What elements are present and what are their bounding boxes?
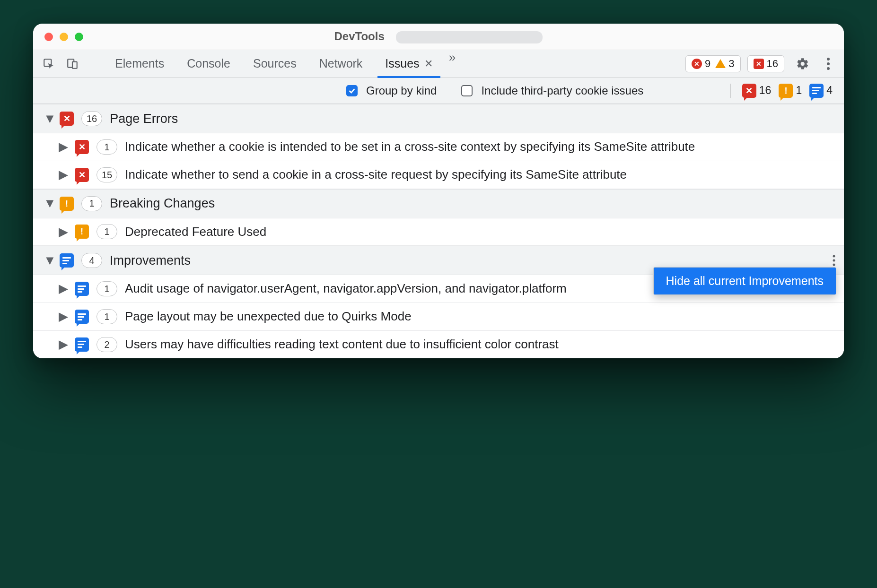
more-menu-icon[interactable] (821, 57, 835, 71)
issue-count-badge: 1 (96, 139, 117, 155)
settings-gear-icon[interactable] (796, 57, 810, 71)
count-value: 1 (796, 84, 802, 97)
info-bubble-icon (75, 337, 89, 352)
tab-label: Sources (253, 57, 297, 70)
window-title: DevTools (33, 30, 844, 43)
warning-issue-count[interactable]: ! 1 (779, 84, 802, 98)
tab-label: Console (187, 57, 230, 70)
error-square-icon: ✕ (754, 59, 764, 69)
issue-title: Indicate whether a cookie is intended to… (125, 139, 833, 155)
disclosure-triangle-icon[interactable]: ▶ (59, 139, 67, 155)
disclosure-triangle-icon[interactable]: ▶ (59, 309, 67, 325)
issue-title: Indicate whether to send a cookie in a c… (125, 167, 833, 183)
issue-count-badge: 1 (96, 309, 117, 324)
group-by-kind-checkbox[interactable] (346, 85, 358, 96)
svg-point-6 (833, 255, 835, 258)
issue-title: Page layout may be unexpected due to Qui… (125, 309, 833, 325)
issue-row[interactable]: ▶ ! 1 Deprecated Feature Used (33, 218, 844, 246)
issue-count-badge: 15 (96, 167, 117, 182)
count-value: 16 (759, 84, 772, 97)
close-tab-icon[interactable]: ✕ (424, 58, 433, 70)
error-issue-count[interactable]: ✕ 16 (742, 84, 772, 98)
separator (92, 57, 92, 71)
disclosure-triangle-icon[interactable]: ▶ (59, 224, 67, 240)
issue-title: Deprecated Feature Used (125, 224, 833, 240)
issue-count-badge: 2 (96, 337, 117, 352)
tab-network[interactable]: Network (308, 50, 374, 78)
tab-sources[interactable]: Sources (242, 50, 308, 78)
group-more-menu-icon[interactable] (833, 255, 835, 266)
issues-status-pill[interactable]: ✕16 (747, 55, 784, 72)
svg-point-8 (833, 264, 835, 266)
issues-count: 16 (767, 58, 778, 70)
console-status-pill[interactable]: ✕9 3 (685, 55, 741, 72)
separator (730, 84, 731, 98)
issue-count-badge: 1 (96, 281, 117, 296)
group-count-badge: 1 (81, 196, 102, 211)
include-third-party-checkbox[interactable] (461, 85, 473, 96)
group-count-badge: 4 (81, 253, 102, 268)
group-header-improvements[interactable]: ▼ 4 Improvements Hide all current Improv… (33, 246, 844, 275)
error-bubble-icon: ✕ (75, 168, 89, 182)
disclosure-triangle-icon[interactable]: ▼ (44, 112, 52, 126)
window-title-text: DevTools (334, 30, 385, 43)
disclosure-triangle-icon[interactable]: ▶ (59, 281, 67, 297)
warning-bubble-icon: ! (75, 225, 89, 239)
error-bubble-icon: ✕ (60, 112, 74, 126)
tab-console[interactable]: Console (175, 50, 242, 78)
issue-row[interactable]: ▶ ✕ 1 Indicate whether a cookie is inten… (33, 133, 844, 161)
more-tabs-chevron-icon[interactable]: » (444, 50, 460, 78)
issue-row[interactable]: ▶ 2 Users may have difficulties reading … (33, 331, 844, 358)
disclosure-triangle-icon[interactable]: ▶ (59, 337, 67, 353)
warning-count: 3 (728, 58, 734, 70)
error-bubble-icon: ✕ (75, 140, 89, 154)
error-count: 9 (705, 58, 710, 70)
menu-item-hide-improvements[interactable]: Hide all current Improvements (654, 268, 836, 294)
svg-point-7 (833, 259, 835, 262)
issue-count-badge: 1 (96, 224, 117, 239)
devtools-window: DevTools (33, 24, 844, 358)
tab-issues[interactable]: Issues ✕ (374, 50, 444, 78)
disclosure-triangle-icon[interactable]: ▼ (44, 253, 52, 268)
tabstrip: Elements Console Sources Network Issues … (33, 50, 844, 78)
svg-point-5 (827, 67, 830, 70)
group-header-page-errors[interactable]: ▼ ✕ 16 Page Errors (33, 104, 844, 133)
info-issue-count[interactable]: 4 (809, 84, 833, 98)
panel-tabs: Elements Console Sources Network Issues … (104, 50, 460, 78)
info-bubble-icon (75, 282, 89, 296)
filter-bar: Group by kind Include third-party cookie… (33, 78, 844, 104)
svg-point-4 (827, 62, 830, 65)
warning-bubble-icon: ! (60, 197, 74, 211)
tab-label: Issues (385, 57, 419, 70)
svg-point-3 (827, 58, 830, 61)
issue-row[interactable]: ▶ ✕ 15 Indicate whether to send a cookie… (33, 161, 844, 189)
disclosure-triangle-icon[interactable]: ▶ (59, 167, 67, 183)
tab-label: Elements (115, 57, 164, 70)
disclosure-triangle-icon[interactable]: ▼ (44, 196, 52, 211)
titlebar: DevTools (33, 24, 844, 50)
issues-list: ▼ ✕ 16 Page Errors ▶ ✕ 1 Indicate whethe… (33, 104, 844, 358)
inspect-element-icon[interactable] (42, 57, 56, 71)
group-title: Breaking Changes (110, 196, 215, 211)
url-placeholder (396, 31, 543, 43)
error-bubble-icon: ✕ (742, 84, 756, 98)
warning-bubble-icon: ! (779, 84, 793, 98)
tab-label: Network (319, 57, 363, 70)
tab-elements[interactable]: Elements (104, 50, 175, 78)
issue-title: Users may have difficulties reading text… (125, 337, 833, 353)
group-title: Page Errors (110, 112, 178, 126)
count-value: 4 (826, 84, 833, 97)
info-bubble-icon (60, 253, 74, 268)
info-bubble-icon (809, 84, 824, 98)
group-header-breaking-changes[interactable]: ▼ ! 1 Breaking Changes (33, 189, 844, 218)
error-circle-icon: ✕ (692, 59, 702, 69)
include-third-party-label: Include third-party cookie issues (481, 84, 643, 97)
group-title: Improvements (110, 253, 191, 268)
warning-triangle-icon (715, 59, 726, 68)
device-toggle-icon[interactable] (65, 57, 79, 71)
group-by-kind-label: Group by kind (366, 84, 437, 97)
svg-rect-2 (72, 61, 77, 68)
group-count-badge: 16 (81, 111, 102, 126)
issue-row[interactable]: ▶ 1 Page layout may be unexpected due to… (33, 303, 844, 331)
info-bubble-icon (75, 310, 89, 324)
